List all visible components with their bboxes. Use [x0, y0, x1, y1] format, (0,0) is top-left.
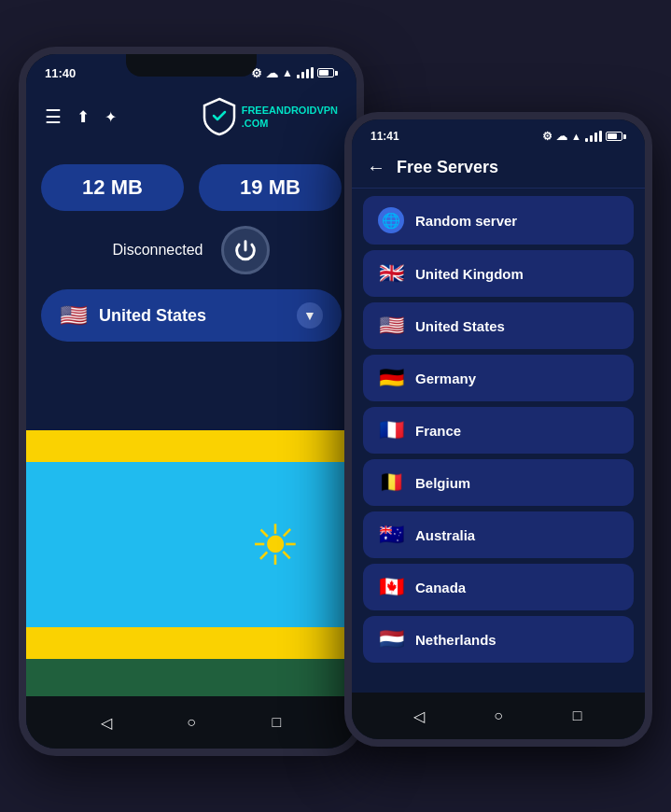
server-name-be: Belgium — [415, 475, 470, 491]
phone1-header: ☰ ⬆ ✦ FREEANDROIDVPN .COM — [26, 88, 356, 146]
phone2-nav: ◁ ○ □ — [352, 693, 645, 739]
phone2-back-nav[interactable]: ◁ — [404, 701, 434, 731]
battery-icon — [317, 68, 338, 77]
server-name-de: Germany — [415, 371, 476, 386]
server-name-uk: United Kingdom — [415, 266, 524, 282]
wifi-icon: ▲ — [282, 66, 293, 79]
flag-uk: 🇬🇧 — [378, 261, 404, 286]
server-item-fr[interactable]: 🇫🇷 France — [363, 407, 634, 454]
phone2-status-bar: 11:41 ⚙ ☁ ▲ — [352, 119, 645, 149]
phone1-main: 12 MB 19 MB Disconnected 🇺🇸 United State… — [26, 146, 356, 430]
country-selector[interactable]: 🇺🇸 United States ▼ — [41, 289, 342, 342]
flag-nl: 🇳🇱 — [378, 627, 404, 651]
flag-green-stripe — [26, 659, 356, 696]
selected-country-flag: 🇺🇸 — [60, 302, 88, 329]
server-name-ca: Canada — [415, 580, 466, 595]
server-item-us[interactable]: 🇺🇸 United States — [363, 302, 634, 349]
flag-au: 🇦🇺 — [378, 523, 404, 547]
recent-nav-button[interactable]: □ — [261, 707, 291, 737]
phone1-header-icons: ☰ ⬆ ✦ — [45, 105, 117, 128]
phone1-time: 11:40 — [45, 66, 76, 80]
flag-fr: 🇫🇷 — [378, 418, 404, 442]
servers-title: Free Servers — [397, 158, 498, 177]
flag-blue-stripe: ☀ — [26, 462, 356, 627]
connection-status: Disconnected — [113, 242, 203, 259]
flag-yellow-stripe-top — [26, 430, 356, 462]
server-name-au: Australia — [415, 527, 475, 543]
phone2-cloud-icon: ☁ — [556, 130, 567, 143]
phone1-nav: ◁ ○ □ — [26, 696, 356, 749]
phone2-battery-icon — [606, 132, 626, 141]
phone2-time: 11:41 — [370, 130, 399, 143]
server-item-random[interactable]: 🌐 Random server — [363, 196, 634, 245]
phone1: 11:40 ⚙ ☁ ▲ — [19, 47, 364, 756]
favorites-icon[interactable]: ✦ — [105, 108, 117, 126]
phone1-status-icons: ⚙ ☁ ▲ — [251, 66, 338, 80]
back-nav-button[interactable]: ◁ — [91, 707, 121, 737]
phone2-screen: 11:41 ⚙ ☁ ▲ ← — [352, 119, 645, 739]
selected-country-name: United States — [99, 306, 286, 326]
share-icon[interactable]: ⬆ — [77, 107, 90, 127]
signal-icon — [297, 67, 314, 78]
server-item-au[interactable]: 🇦🇺 Australia — [363, 511, 634, 558]
server-item-de[interactable]: 🇩🇪 Germany — [363, 355, 634, 401]
flag-ca: 🇨🇦 — [378, 575, 404, 599]
back-button[interactable]: ← — [367, 157, 385, 178]
phone2-recent-nav[interactable]: □ — [563, 701, 593, 731]
phone1-notch — [126, 54, 257, 77]
servers-list: 🌐 Random server 🇬🇧 United Kingdom 🇺🇸 Uni… — [352, 189, 645, 693]
phone2: 11:41 ⚙ ☁ ▲ ← — [344, 112, 652, 747]
menu-icon[interactable]: ☰ — [45, 105, 62, 128]
flag-yellow-stripe-bottom — [26, 627, 356, 659]
phone2-wifi-icon: ▲ — [571, 131, 581, 142]
upload-badge: 19 MB — [199, 164, 342, 211]
download-badge: 12 MB — [41, 164, 184, 211]
power-button[interactable] — [221, 226, 270, 274]
phone2-status-icons: ⚙ ☁ ▲ — [542, 130, 626, 143]
phone1-screen: 11:40 ⚙ ☁ ▲ — [26, 54, 356, 749]
phone2-settings-icon: ⚙ — [542, 130, 552, 143]
server-name-nl: Netherlands — [415, 632, 496, 648]
server-name-us: United States — [415, 318, 505, 334]
status-row: Disconnected — [41, 226, 342, 274]
home-nav-button[interactable]: ○ — [176, 707, 206, 737]
server-item-be[interactable]: 🇧🇪 Belgium — [363, 459, 634, 506]
server-item-nl[interactable]: 🇳🇱 Netherlands — [363, 616, 634, 663]
sun-symbol: ☀ — [250, 512, 301, 578]
chevron-down-icon: ▼ — [297, 302, 323, 329]
server-name-fr: France — [415, 423, 461, 439]
server-item-ca[interactable]: 🇨🇦 Canada — [363, 564, 634, 610]
server-name-random: Random server — [415, 213, 517, 229]
logo-shield — [203, 97, 236, 136]
server-item-uk[interactable]: 🇬🇧 United Kingdom — [363, 250, 634, 297]
phone2-home-nav[interactable]: ○ — [483, 701, 513, 731]
globe-icon: 🌐 — [378, 207, 404, 233]
logo-area: FREEANDROIDVPN .COM — [203, 97, 338, 136]
data-row: 12 MB 19 MB — [41, 164, 342, 211]
flag-de: 🇩🇪 — [378, 366, 404, 390]
flag-us: 🇺🇸 — [378, 314, 404, 338]
phone1-cloud-icon: ☁ — [266, 66, 278, 80]
phone2-signal-icon — [585, 131, 602, 142]
logo-text: FREEANDROIDVPN .COM — [242, 104, 338, 131]
flag-be: 🇧🇪 — [378, 470, 404, 495]
rwanda-flag: ☀ — [26, 430, 356, 696]
phone2-header: ← Free Servers — [352, 149, 645, 189]
